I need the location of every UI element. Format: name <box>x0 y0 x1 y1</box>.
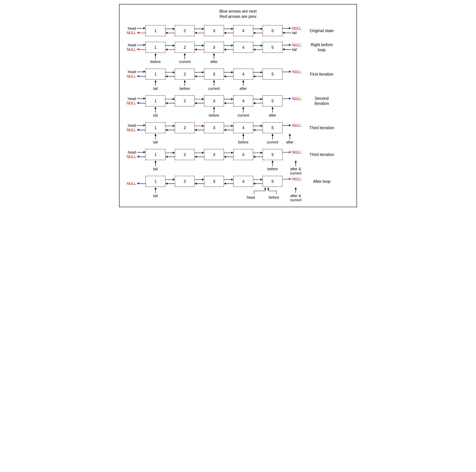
right-pointers: NULLx <box>283 97 307 105</box>
pointer-label: current <box>233 106 253 118</box>
state-row: head NULL 1 2 3 4 5 NULLxThird iteration… <box>121 122 355 146</box>
list-node: 1 <box>146 25 165 36</box>
link-gap <box>195 122 204 133</box>
arrow-blue-right-icon <box>283 125 291 127</box>
arrow-black-left-icon <box>283 49 291 50</box>
link-gap <box>195 176 204 187</box>
arrow-up-icon <box>154 107 156 109</box>
left-bot-label: NULL <box>127 128 136 132</box>
state-row: head NULL 1 2 3 4 5 NULLxSecond iteratio… <box>121 96 355 119</box>
list-node: 2 <box>175 25 195 36</box>
left-bot-label: NULL <box>127 48 136 52</box>
arrow-black-right-icon <box>137 98 146 100</box>
arrow-up-icon <box>213 80 215 82</box>
nodes-row: head NULL 1 2 3 4 5 NULLxFirst iteration <box>121 69 355 80</box>
right-top-label: NULL <box>292 150 301 155</box>
arrow-up-icon <box>213 107 215 109</box>
right-pointers: NULLx <box>283 70 307 79</box>
nodes-row: xNULL 1 2 3 4 5 NULLxAfter loop <box>121 176 355 187</box>
row-caption: After loop <box>307 179 335 184</box>
list-node: 3 <box>204 149 224 160</box>
left-pointers: head NULL <box>121 123 146 132</box>
right-pointers: NULLx <box>283 177 307 186</box>
left-top-label: head <box>128 43 136 47</box>
right-top-label: NULL <box>292 124 301 128</box>
right-top-label: NULL <box>292 70 301 74</box>
pointer-label: head before <box>263 187 283 194</box>
right-bot-label: tail <box>292 31 297 35</box>
pointer-label: current <box>175 53 195 64</box>
pointer-label: current <box>263 133 283 144</box>
arrow-black-left-icon <box>283 32 291 34</box>
nodes-row: head NULL 1 2 3 4 5 NULL tailRight befor… <box>121 42 355 53</box>
list-node: 1 <box>146 96 165 106</box>
arrow-up-icon <box>272 134 273 136</box>
link-gap <box>224 69 233 80</box>
right-top-label: NULL <box>292 43 301 47</box>
right-pointers: NULL tail <box>283 43 307 52</box>
pointer-label: after <box>283 133 311 144</box>
list-node: 1 <box>146 42 165 53</box>
pointer-labels-row: tail head before after &current <box>121 187 355 199</box>
list-node: 5 <box>263 42 283 53</box>
arrow-blue-right-icon <box>283 98 291 100</box>
list-node: 5 <box>263 25 283 36</box>
list-node: 5 <box>263 122 283 133</box>
arrow-black-right-icon <box>137 71 146 73</box>
list-node: 3 <box>204 69 224 80</box>
left-top-label: head <box>128 150 136 155</box>
pointer-label: after <box>204 53 224 64</box>
left-pointers: head NULL <box>121 70 146 79</box>
pointer-label: after &current <box>283 187 311 202</box>
list-node: 2 <box>175 122 195 133</box>
right-pointers: NULL tail <box>283 26 307 35</box>
row-caption: First iteration <box>307 72 335 77</box>
pointer-label: after <box>263 106 283 118</box>
pointer-label: after <box>233 80 253 91</box>
list-node: 5 <box>263 96 283 106</box>
pointer-labels-row: tailbeforecurrentafter <box>121 80 355 92</box>
link-gap <box>195 149 204 160</box>
state-row: head NULL 1 2 3 4 5 NULL tailOriginal st… <box>121 25 355 36</box>
pointer-labels-row: tailbeforecurrentafter <box>121 106 355 119</box>
list-node: 4 <box>233 149 253 160</box>
state-row: xNULL 1 2 3 4 5 NULLxAfter looptail <box>121 176 355 199</box>
right-pointers: NULLx <box>283 123 307 132</box>
arrow-red-left-icon <box>137 32 146 34</box>
link-gap <box>195 69 204 80</box>
link-gap <box>165 25 175 36</box>
arrow-up-icon <box>242 134 244 136</box>
link-gap <box>253 25 263 36</box>
pointer-label: before <box>204 106 224 118</box>
pointer-label: before <box>233 133 253 144</box>
list-node: 4 <box>233 42 253 53</box>
legend: Blue arrows are next Red arrows are prev <box>121 9 355 19</box>
pointer-labels-row: tailbeforecurrentafter <box>121 133 355 146</box>
list-node: 3 <box>204 25 224 36</box>
list-node: 4 <box>233 96 253 106</box>
arrow-up-icon <box>184 53 186 55</box>
list-node: 4 <box>233 122 253 133</box>
left-pointers: head NULL <box>121 26 146 35</box>
left-pointers: xNULL <box>121 177 146 186</box>
arrow-blue-left-icon <box>137 156 146 158</box>
row-caption: Right before loop <box>307 42 335 52</box>
arrow-up-icon <box>289 134 291 136</box>
link-gap <box>253 149 263 160</box>
arrow-red-left-icon <box>137 49 146 50</box>
legend-line-1: Blue arrows are next <box>121 9 355 14</box>
arrow-blue-left-icon <box>137 75 146 77</box>
left-bot-label: NULL <box>127 155 136 159</box>
arrow-up-icon <box>154 134 156 136</box>
pointer-label: tail <box>146 133 165 144</box>
arrow-up-icon <box>242 80 244 82</box>
link-gap <box>165 176 175 187</box>
link-gap <box>224 149 233 160</box>
link-gap <box>253 122 263 133</box>
state-row: head NULL 1 2 3 4 5 NULLxFirst iteration… <box>121 69 355 92</box>
link-gap <box>165 69 175 80</box>
list-node: 2 <box>175 42 195 53</box>
link-gap <box>224 96 233 106</box>
list-node: 4 <box>233 25 253 36</box>
rows-container: head NULL 1 2 3 4 5 NULL tailOriginal st… <box>121 25 355 199</box>
